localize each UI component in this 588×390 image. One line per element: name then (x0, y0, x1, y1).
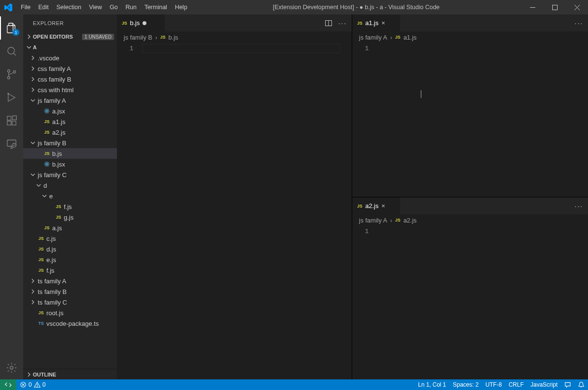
tab-a2-js[interactable]: JS a2.js × (352, 197, 401, 214)
split-editor-icon[interactable] (325, 19, 332, 27)
chevron-down-icon[interactable] (41, 193, 48, 199)
activity-remote-explorer[interactable] (0, 132, 23, 155)
tree-row[interactable]: e (23, 191, 117, 201)
activity-run-debug[interactable] (0, 86, 23, 109)
chevron-right-icon[interactable] (29, 289, 37, 294)
tree-row[interactable]: ts family C (23, 297, 117, 307)
remote-indicator[interactable] (0, 379, 16, 390)
window-close-button[interactable] (566, 0, 588, 14)
tree-row[interactable]: JSa1.js (23, 116, 117, 127)
status-notifications-icon[interactable] (574, 379, 588, 390)
status-encoding[interactable]: UTF-8 (482, 379, 505, 390)
breadcrumb-file[interactable]: a1.js (403, 34, 416, 41)
tab-b-js[interactable]: JS b.js (117, 14, 165, 31)
tree-row[interactable]: JSa2.js (23, 127, 117, 138)
menu-file[interactable]: File (17, 0, 34, 14)
tree-row[interactable]: .vscode (23, 53, 117, 63)
activity-settings[interactable] (0, 356, 23, 379)
tree-row-label: b.js (51, 150, 62, 157)
chevron-right-icon[interactable] (29, 76, 37, 82)
menu-view[interactable]: View (85, 0, 106, 14)
activity-explorer[interactable]: 1 (0, 16, 23, 40)
tree-row[interactable]: JSe.js (23, 254, 117, 265)
close-icon[interactable]: × (381, 202, 385, 209)
tab-a1-js[interactable]: JS a1.js × (352, 14, 401, 31)
tree-row[interactable]: JSf.js (23, 265, 117, 276)
section-open-editors[interactable]: OPEN EDITORS 1 UNSAVED (23, 31, 117, 42)
breadcrumb-folder[interactable]: js family A (359, 217, 387, 224)
window-maximize-button[interactable] (544, 0, 566, 14)
overview-ruler[interactable] (345, 43, 352, 379)
editor-body-left[interactable]: 1 (117, 43, 352, 379)
activity-source-control[interactable] (0, 63, 23, 86)
status-feedback-icon[interactable] (561, 379, 574, 390)
tree-row[interactable]: css family B (23, 74, 117, 84)
activity-search[interactable] (0, 40, 23, 63)
js-icon: JS (43, 151, 51, 156)
menu-terminal[interactable]: Terminal (141, 0, 171, 14)
status-language[interactable]: JavaScript (527, 379, 561, 390)
menu-edit[interactable]: Edit (34, 0, 53, 14)
status-eol[interactable]: CRLF (505, 379, 527, 390)
close-icon[interactable]: × (381, 19, 385, 27)
chevron-right-icon[interactable] (29, 66, 37, 71)
tree-row[interactable]: css with html (23, 84, 117, 95)
tree-row[interactable]: JSc.js (23, 233, 117, 244)
status-indentation[interactable]: Spaces: 2 (449, 379, 482, 390)
tree-row[interactable]: ts family B (23, 286, 117, 297)
editor-body-right-bottom[interactable]: 1 (352, 226, 588, 379)
chevron-down-icon[interactable] (35, 182, 43, 188)
breadcrumb-right-bottom[interactable]: js family A › JS a2.js (352, 214, 588, 226)
tree-row[interactable]: ts family A (23, 276, 117, 286)
tree-row[interactable]: js family A (23, 95, 117, 106)
menu-go[interactable]: Go (106, 0, 122, 14)
tree-row[interactable]: b.jsx (23, 159, 117, 169)
menu-run[interactable]: Run (122, 0, 141, 14)
tree-row[interactable]: JSd.js (23, 244, 117, 254)
tree-row[interactable]: d (23, 180, 117, 191)
breadcrumb-file[interactable]: b.js (169, 34, 178, 41)
editor-area: JS b.js ··· js family B › JS b.js (117, 14, 588, 379)
overview-ruler[interactable] (581, 226, 588, 379)
window-minimize-button[interactable] (521, 0, 544, 14)
tree-row[interactable]: JSg.js (23, 212, 117, 223)
breadcrumb-left[interactable]: js family B › JS b.js (117, 31, 352, 43)
status-problems[interactable]: 0 0 (16, 379, 49, 390)
breadcrumb-file[interactable]: a2.js (403, 217, 416, 224)
tree-row[interactable]: JSroot.js (23, 307, 117, 318)
breadcrumb-folder[interactable]: js family B (124, 34, 152, 41)
chevron-right-icon[interactable] (29, 87, 37, 93)
tree-row[interactable]: a.jsx (23, 106, 117, 116)
line-gutter: 1 (352, 226, 377, 379)
breadcrumb-right-top[interactable]: js family A › JS a1.js (352, 31, 588, 43)
more-actions-icon[interactable]: ··· (574, 19, 583, 27)
tree-row[interactable]: JSb.js (23, 148, 117, 159)
text-cursor-icon (421, 90, 421, 98)
tree-row[interactable]: css family A (23, 63, 117, 74)
menu-selection[interactable]: Selection (53, 0, 85, 14)
more-actions-icon[interactable]: ··· (574, 202, 583, 210)
tree-row[interactable]: JSf.js (23, 201, 117, 212)
editor-body-right-top[interactable]: 1 (352, 43, 588, 197)
section-outline[interactable]: OUTLINE (23, 369, 117, 379)
tree-row[interactable]: js family B (23, 138, 117, 148)
tree-row[interactable]: js family C (23, 169, 117, 180)
chevron-down-icon[interactable] (29, 172, 37, 178)
section-folder-root[interactable]: A (23, 42, 117, 53)
tree-row[interactable]: TSvscode-package.ts (23, 318, 117, 329)
breadcrumb-folder[interactable]: js family A (359, 34, 387, 41)
js-icon: JS (54, 204, 63, 209)
tree-row-label: d (43, 182, 47, 189)
chevron-down-icon[interactable] (29, 98, 37, 103)
overview-ruler[interactable] (581, 43, 588, 197)
chevron-right-icon[interactable] (29, 55, 37, 61)
chevron-right-icon[interactable] (29, 278, 37, 284)
status-cursor-position[interactable]: Ln 1, Col 1 (415, 379, 449, 390)
more-actions-icon[interactable]: ··· (338, 19, 347, 27)
svg-rect-8 (7, 116, 11, 120)
chevron-right-icon[interactable] (29, 299, 37, 305)
chevron-down-icon[interactable] (29, 140, 37, 146)
activity-extensions[interactable] (0, 109, 23, 132)
menu-help[interactable]: Help (171, 0, 191, 14)
tree-row[interactable]: JSa.js (23, 223, 117, 233)
